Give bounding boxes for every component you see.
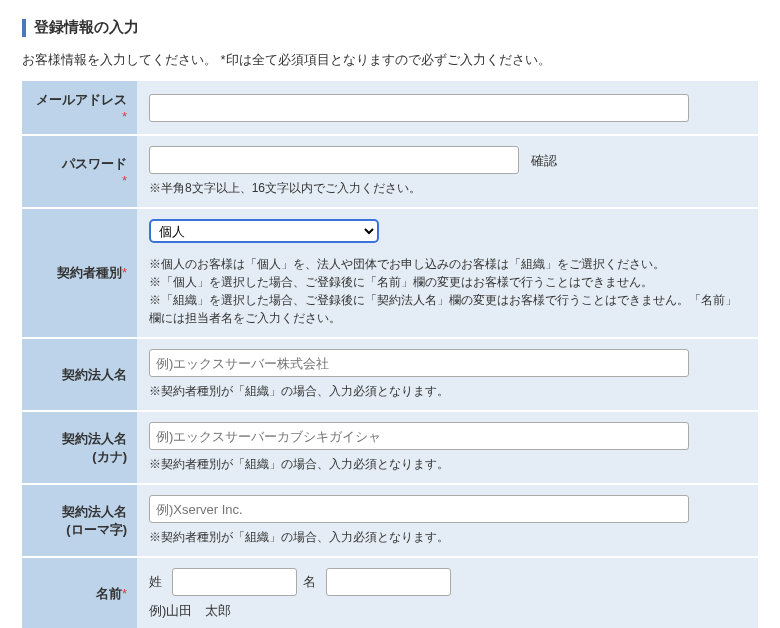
corp-name-field[interactable] [149, 349, 689, 377]
page-title: 登録情報の入力 [34, 18, 139, 37]
required-mark: * [122, 173, 127, 188]
accent-bar-icon [22, 19, 26, 37]
label-corp-name-kana: 契約法人名(カナ) [22, 411, 137, 484]
type-note-3: ※「組織」を選択した場合、ご登録後に「契約法人名」欄の変更はお客様で行うことはで… [149, 291, 746, 327]
section-header: 登録情報の入力 [22, 18, 758, 37]
label-corp-name-roman: 契約法人名(ローマ字) [22, 484, 137, 557]
label-password: パスワード* [22, 135, 137, 208]
label-contractor-type: 契約者種別* [22, 208, 137, 338]
lastname-field[interactable] [172, 568, 297, 596]
corp-note: ※契約者種別が「組織」の場合、入力必須となります。 [149, 382, 746, 400]
password-note: ※半角8文字以上、16文字以内でご入力ください。 [149, 179, 746, 197]
corp-roman-note: ※契約者種別が「組織」の場合、入力必須となります。 [149, 528, 746, 546]
email-field[interactable] [149, 94, 689, 122]
firstname-field[interactable] [326, 568, 451, 596]
label-name: 名前* [22, 557, 137, 628]
corp-name-roman-field[interactable] [149, 495, 689, 523]
corp-kana-note: ※契約者種別が「組織」の場合、入力必須となります。 [149, 455, 746, 473]
name-example: 例)山田 太郎 [149, 602, 746, 620]
registration-form: メールアドレス* パスワード* 確認 ※半角8文字以上、16文字以内でご入力くだ… [22, 81, 758, 628]
label-firstname: 名 [303, 573, 316, 591]
required-mark: * [122, 109, 127, 124]
label-lastname: 姓 [149, 573, 162, 591]
contractor-type-select[interactable]: 個人 [149, 219, 379, 243]
required-mark: * [122, 586, 127, 601]
type-note-1: ※個人のお客様は「個人」を、法人や団体でお申し込みのお客様は「組織」をご選択くだ… [149, 255, 746, 273]
label-email: メールアドレス* [22, 81, 137, 135]
label-corp-name: 契約法人名 [22, 338, 137, 411]
section-description: お客様情報を入力してください。 *印は全て必須項目となりますので必ずご入力くださ… [22, 51, 758, 69]
type-note-2: ※「個人」を選択した場合、ご登録後に「名前」欄の変更はお客様で行うことはできませ… [149, 273, 746, 291]
corp-name-kana-field[interactable] [149, 422, 689, 450]
required-mark: * [122, 265, 127, 280]
password-field[interactable] [149, 146, 519, 174]
password-confirm-label: 確認 [531, 153, 557, 168]
